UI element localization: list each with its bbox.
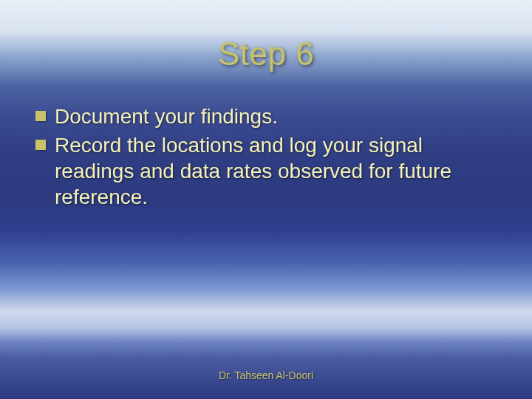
slide-body: Document your findings. Record the locat…	[35, 103, 502, 213]
bullet-text: Record the locations and log your signal…	[55, 132, 502, 210]
square-bullet-icon	[35, 111, 46, 121]
slide-title: Step 6	[0, 35, 532, 72]
bullet-text: Document your findings.	[55, 103, 502, 129]
bullet-item: Document your findings.	[35, 103, 502, 129]
slide: Step 6 Document your findings. Record th…	[0, 0, 532, 399]
square-bullet-icon	[35, 140, 46, 150]
bullet-item: Record the locations and log your signal…	[35, 132, 502, 210]
slide-footer-author: Dr. Tahseen Al-Doori	[0, 369, 532, 381]
